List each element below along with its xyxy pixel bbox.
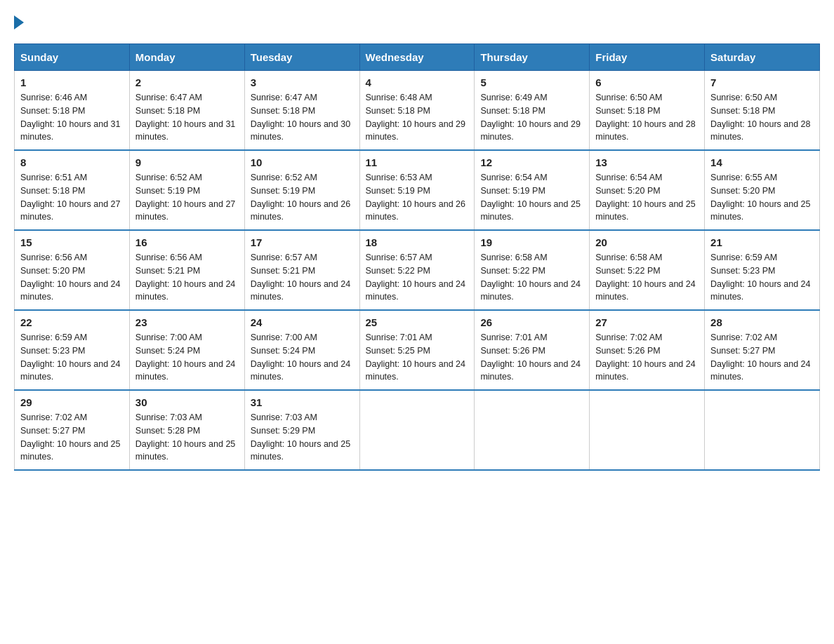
day-info: Sunrise: 7:02 AM Sunset: 5:27 PM Dayligh… [20,411,124,464]
day-cell: 7 Sunrise: 6:50 AM Sunset: 5:18 PM Dayli… [705,71,820,151]
header-day-saturday: Saturday [705,44,820,71]
day-number: 14 [710,156,814,168]
week-row-2: 8 Sunrise: 6:51 AM Sunset: 5:18 PM Dayli… [15,150,820,230]
header-day-thursday: Thursday [475,44,590,71]
day-cell: 10 Sunrise: 6:52 AM Sunset: 5:19 PM Dayl… [244,150,359,230]
week-row-3: 15 Sunrise: 6:56 AM Sunset: 5:20 PM Dayl… [15,230,820,310]
header-day-friday: Friday [590,44,705,71]
day-cell: 8 Sunrise: 6:51 AM Sunset: 5:18 PM Dayli… [15,150,130,230]
day-number: 30 [135,396,239,408]
day-cell: 30 Sunrise: 7:03 AM Sunset: 5:28 PM Dayl… [129,390,244,470]
day-cell: 17 Sunrise: 6:57 AM Sunset: 5:21 PM Dayl… [244,230,359,310]
day-number: 3 [251,76,354,88]
header-row: SundayMondayTuesdayWednesdayThursdayFrid… [15,44,820,71]
day-number: 2 [135,76,239,88]
day-cell: 4 Sunrise: 6:48 AM Sunset: 5:18 PM Dayli… [359,71,475,151]
day-cell: 6 Sunrise: 6:50 AM Sunset: 5:18 PM Dayli… [590,71,705,151]
day-info: Sunrise: 6:53 AM Sunset: 5:19 PM Dayligh… [366,171,469,224]
day-number: 13 [595,156,699,168]
day-info: Sunrise: 6:46 AM Sunset: 5:18 PM Dayligh… [20,91,124,144]
page-header [14,14,820,29]
calendar-table: SundayMondayTuesdayWednesdayThursdayFrid… [14,43,820,471]
day-info: Sunrise: 6:58 AM Sunset: 5:22 PM Dayligh… [480,251,583,304]
logo [14,14,24,29]
day-cell: 22 Sunrise: 6:59 AM Sunset: 5:23 PM Dayl… [15,310,130,390]
day-number: 1 [20,76,124,88]
day-cell: 20 Sunrise: 6:58 AM Sunset: 5:22 PM Dayl… [590,230,705,310]
day-cell [590,390,705,470]
day-cell: 24 Sunrise: 7:00 AM Sunset: 5:24 PM Dayl… [244,310,359,390]
day-number: 29 [20,396,124,408]
day-cell [475,390,590,470]
day-number: 24 [251,316,354,328]
day-info: Sunrise: 7:02 AM Sunset: 5:27 PM Dayligh… [710,331,814,384]
day-cell: 29 Sunrise: 7:02 AM Sunset: 5:27 PM Dayl… [15,390,130,470]
day-cell: 13 Sunrise: 6:54 AM Sunset: 5:20 PM Dayl… [590,150,705,230]
day-cell: 23 Sunrise: 7:00 AM Sunset: 5:24 PM Dayl… [129,310,244,390]
day-info: Sunrise: 7:00 AM Sunset: 5:24 PM Dayligh… [135,331,239,384]
header-day-wednesday: Wednesday [359,44,475,71]
day-cell: 25 Sunrise: 7:01 AM Sunset: 5:25 PM Dayl… [359,310,475,390]
logo-arrow-icon [14,15,24,29]
day-info: Sunrise: 6:50 AM Sunset: 5:18 PM Dayligh… [595,91,699,144]
day-cell: 12 Sunrise: 6:54 AM Sunset: 5:19 PM Dayl… [475,150,590,230]
day-info: Sunrise: 6:58 AM Sunset: 5:22 PM Dayligh… [595,251,699,304]
week-row-4: 22 Sunrise: 6:59 AM Sunset: 5:23 PM Dayl… [15,310,820,390]
header-day-tuesday: Tuesday [244,44,359,71]
day-cell: 21 Sunrise: 6:59 AM Sunset: 5:23 PM Dayl… [705,230,820,310]
day-number: 18 [366,236,469,248]
day-info: Sunrise: 7:03 AM Sunset: 5:29 PM Dayligh… [251,411,354,464]
day-info: Sunrise: 6:50 AM Sunset: 5:18 PM Dayligh… [710,91,814,144]
day-number: 26 [480,316,583,328]
day-cell: 18 Sunrise: 6:57 AM Sunset: 5:22 PM Dayl… [359,230,475,310]
day-number: 11 [366,156,469,168]
day-cell: 2 Sunrise: 6:47 AM Sunset: 5:18 PM Dayli… [129,71,244,151]
day-number: 21 [710,236,814,248]
day-number: 19 [480,236,583,248]
day-info: Sunrise: 6:48 AM Sunset: 5:18 PM Dayligh… [366,91,469,144]
day-number: 15 [20,236,124,248]
day-info: Sunrise: 6:49 AM Sunset: 5:18 PM Dayligh… [480,91,583,144]
day-cell [705,390,820,470]
week-row-5: 29 Sunrise: 7:02 AM Sunset: 5:27 PM Dayl… [15,390,820,470]
day-info: Sunrise: 6:56 AM Sunset: 5:20 PM Dayligh… [20,251,124,304]
day-number: 8 [20,156,124,168]
day-info: Sunrise: 6:55 AM Sunset: 5:20 PM Dayligh… [710,171,814,224]
day-number: 7 [710,76,814,88]
day-cell: 16 Sunrise: 6:56 AM Sunset: 5:21 PM Dayl… [129,230,244,310]
header-day-sunday: Sunday [15,44,130,71]
day-info: Sunrise: 6:54 AM Sunset: 5:19 PM Dayligh… [480,171,583,224]
day-info: Sunrise: 6:52 AM Sunset: 5:19 PM Dayligh… [251,171,354,224]
day-cell: 28 Sunrise: 7:02 AM Sunset: 5:27 PM Dayl… [705,310,820,390]
day-cell [359,390,475,470]
day-info: Sunrise: 6:52 AM Sunset: 5:19 PM Dayligh… [135,171,239,224]
day-cell: 11 Sunrise: 6:53 AM Sunset: 5:19 PM Dayl… [359,150,475,230]
day-number: 6 [595,76,699,88]
day-cell: 14 Sunrise: 6:55 AM Sunset: 5:20 PM Dayl… [705,150,820,230]
day-cell: 31 Sunrise: 7:03 AM Sunset: 5:29 PM Dayl… [244,390,359,470]
day-info: Sunrise: 6:59 AM Sunset: 5:23 PM Dayligh… [710,251,814,304]
day-info: Sunrise: 6:54 AM Sunset: 5:20 PM Dayligh… [595,171,699,224]
day-number: 31 [251,396,354,408]
day-info: Sunrise: 7:01 AM Sunset: 5:26 PM Dayligh… [480,331,583,384]
day-info: Sunrise: 6:59 AM Sunset: 5:23 PM Dayligh… [20,331,124,384]
day-cell: 19 Sunrise: 6:58 AM Sunset: 5:22 PM Dayl… [475,230,590,310]
day-number: 10 [251,156,354,168]
day-cell: 1 Sunrise: 6:46 AM Sunset: 5:18 PM Dayli… [15,71,130,151]
day-info: Sunrise: 6:47 AM Sunset: 5:18 PM Dayligh… [251,91,354,144]
day-number: 25 [366,316,469,328]
day-info: Sunrise: 7:00 AM Sunset: 5:24 PM Dayligh… [251,331,354,384]
day-cell: 15 Sunrise: 6:56 AM Sunset: 5:20 PM Dayl… [15,230,130,310]
day-number: 23 [135,316,239,328]
day-number: 4 [366,76,469,88]
day-info: Sunrise: 7:01 AM Sunset: 5:25 PM Dayligh… [366,331,469,384]
week-row-1: 1 Sunrise: 6:46 AM Sunset: 5:18 PM Dayli… [15,71,820,151]
day-number: 17 [251,236,354,248]
day-number: 9 [135,156,239,168]
day-number: 5 [480,76,583,88]
day-info: Sunrise: 6:57 AM Sunset: 5:22 PM Dayligh… [366,251,469,304]
day-cell: 5 Sunrise: 6:49 AM Sunset: 5:18 PM Dayli… [475,71,590,151]
header-day-monday: Monday [129,44,244,71]
day-number: 16 [135,236,239,248]
day-cell: 3 Sunrise: 6:47 AM Sunset: 5:18 PM Dayli… [244,71,359,151]
